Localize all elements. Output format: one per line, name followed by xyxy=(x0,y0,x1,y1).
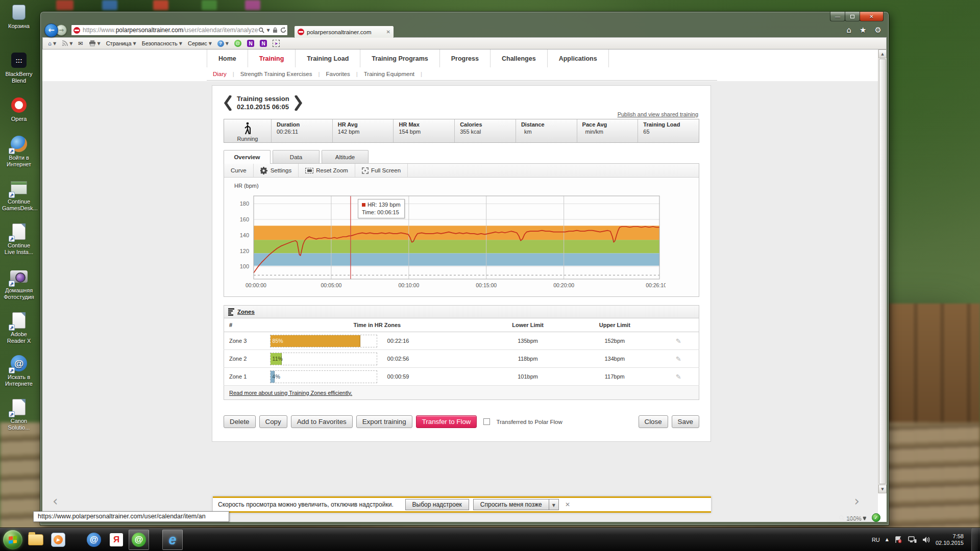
favorites-star-icon[interactable]: ★ xyxy=(860,26,866,35)
subnav-training-equipment[interactable]: Training Equipment xyxy=(358,71,421,77)
curve-button[interactable]: Curve xyxy=(224,164,254,177)
start-button[interactable] xyxy=(3,530,22,549)
taskbar-mail-ru[interactable]: @ xyxy=(84,530,104,550)
scroll-up-arrow[interactable]: ▲ xyxy=(878,49,887,58)
settings-button[interactable]: Settings xyxy=(254,164,299,177)
desktop-icon-canon[interactable]: ↗ Canon Solutio... xyxy=(2,398,36,431)
nav-challenges[interactable]: Challenges xyxy=(490,49,547,67)
desktop-icon-live-installer[interactable]: ↗ Continue Live Insta... xyxy=(2,222,36,256)
transfer-to-flow-button[interactable]: Transfer to Flow xyxy=(416,415,477,428)
subnav-favorites[interactable]: Favorites xyxy=(320,71,356,77)
zones-link[interactable]: Zones xyxy=(237,309,255,315)
ask-me-later-dropdown[interactable]: ▼ xyxy=(549,499,559,510)
edit-zone-icon[interactable]: ✎ xyxy=(676,337,681,345)
page-scroll-left-icon[interactable]: ‹ xyxy=(53,493,58,509)
nav-home[interactable]: Home xyxy=(207,49,248,67)
nav-applications[interactable]: Applications xyxy=(547,49,609,67)
desktop-icon-photo-studio[interactable]: ↗ Домашняя Фотостудия xyxy=(2,267,36,300)
taskbar-clock[interactable]: 7:58 02.10.2015 xyxy=(936,533,966,546)
page-menu[interactable]: Страница▼ xyxy=(106,40,136,46)
system-tray: RU ▲ 7:58 02.10.2015 xyxy=(872,528,980,551)
print-button[interactable]: ▼ xyxy=(89,40,101,46)
nav-training-load[interactable]: Training Load xyxy=(295,49,360,67)
minimize-button[interactable]: — xyxy=(830,12,845,21)
nav-training[interactable]: Training xyxy=(248,49,296,67)
delete-button[interactable]: Delete xyxy=(224,415,256,428)
add-to-favorites-button[interactable]: Add to Favorites xyxy=(291,415,353,428)
tab-altitude[interactable]: Altitude xyxy=(322,150,369,163)
tab-data[interactable]: Data xyxy=(273,150,320,163)
scroll-down-arrow[interactable]: ▼ xyxy=(878,485,887,493)
window-titlebar[interactable]: — ✕ xyxy=(42,12,887,23)
full-screen-button[interactable]: Full Screen xyxy=(355,164,408,177)
tools-gear-icon[interactable]: ⚙ xyxy=(875,26,881,35)
vertical-scrollbar[interactable]: ▲ ▼ xyxy=(878,49,887,493)
save-button[interactable]: Save xyxy=(672,415,699,428)
notification-close-icon[interactable]: ✕ xyxy=(565,501,570,508)
scrollbar-thumb[interactable] xyxy=(879,59,886,484)
previous-session-arrow[interactable] xyxy=(224,95,232,111)
address-bar[interactable]: https://www.polarpersonaltrainer.com/use… xyxy=(71,24,288,36)
action-center-flag-icon[interactable] xyxy=(894,536,902,543)
browser-tab[interactable]: polarpersonaltrainer.com ✕ xyxy=(294,26,394,38)
show-desktop-button[interactable] xyxy=(971,528,978,551)
help-menu[interactable]: ?▼ xyxy=(217,40,229,47)
taskbar-media-player[interactable]: ▶ xyxy=(48,530,68,550)
tools-menu[interactable]: Сервис▼ xyxy=(188,40,212,46)
search-icon[interactable] xyxy=(258,27,264,33)
subnav-strength-training[interactable]: Strength Training Exercises xyxy=(234,71,318,77)
ask-me-later-button[interactable]: Спросить меня позже xyxy=(473,499,549,510)
back-button[interactable]: ← xyxy=(44,23,58,37)
tab-close-icon[interactable]: ✕ xyxy=(386,29,390,35)
edit-zone-icon[interactable]: ✎ xyxy=(676,373,681,381)
taskbar-explorer[interactable] xyxy=(26,530,46,550)
close-button[interactable]: ✕ xyxy=(860,12,884,21)
home-icon[interactable]: ⌂ xyxy=(847,26,852,35)
choose-addons-button[interactable]: Выбор надстроек xyxy=(405,499,469,510)
send-to-onenote-icon[interactable]: ➤ xyxy=(273,40,280,47)
refresh-icon[interactable] xyxy=(280,27,286,33)
export-training-button[interactable]: Export training xyxy=(356,415,412,428)
reset-zoom-button[interactable]: Reset Zoom xyxy=(299,164,355,177)
publish-shared-training-link[interactable]: Publish and view shared training xyxy=(618,111,698,117)
nav-training-programs[interactable]: Training Programs xyxy=(360,49,439,67)
svg-text:00:00:00: 00:00:00 xyxy=(246,282,266,288)
onenote-addon-icon[interactable]: N xyxy=(247,40,254,47)
browser-zoom-control[interactable]: 100%▼ xyxy=(839,515,866,521)
agent-addon-icon[interactable]: @ xyxy=(234,40,241,47)
language-indicator[interactable]: RU xyxy=(872,537,880,543)
desktop-icon-gamesdesk[interactable]: ↗ Continue GamesDesk... xyxy=(2,179,36,212)
desktop-icon-adobe-reader[interactable]: ↗ Adobe Reader X xyxy=(2,311,36,344)
desktop-icon-opera[interactable]: Opera xyxy=(2,96,36,122)
close-session-button[interactable]: Close xyxy=(639,415,668,428)
mail-button[interactable]: ✉ xyxy=(78,40,83,47)
zone2-bar: 11% xyxy=(271,353,282,365)
page-scroll-right-icon[interactable]: › xyxy=(854,493,860,509)
tray-expand-icon[interactable]: ▲ xyxy=(886,537,889,542)
taskbar-mail-agent[interactable]: @ xyxy=(129,530,149,550)
nav-progress[interactable]: Progress xyxy=(439,49,490,67)
desktop-icon-search-internet[interactable]: @↗ Искать в Интернете xyxy=(2,354,36,387)
feeds-button[interactable]: ▼ xyxy=(62,40,72,46)
transferred-checkbox[interactable] xyxy=(483,418,490,425)
subnav-diary[interactable]: Diary xyxy=(207,71,233,77)
volume-icon[interactable] xyxy=(922,536,930,543)
next-session-arrow[interactable] xyxy=(295,95,303,111)
maximize-button[interactable] xyxy=(845,12,860,21)
training-zones-read-more-link[interactable]: Read more about using Training Zones eff… xyxy=(229,390,352,396)
onenote-linked-notes-icon[interactable]: N xyxy=(260,40,267,47)
search-dropdown-icon[interactable]: ▼ xyxy=(267,28,270,33)
desktop-icon-blackberry-blend[interactable]: ::: BlackBerry Blend xyxy=(2,51,36,84)
taskbar-yandex[interactable]: Я xyxy=(106,530,127,550)
edit-zone-icon[interactable]: ✎ xyxy=(676,355,681,363)
tab-overview[interactable]: Overview xyxy=(224,150,271,164)
copy-button[interactable]: Copy xyxy=(259,415,287,428)
hr-chart[interactable]: 10012014016018000:00:0000:05:0000:10:000… xyxy=(224,189,699,296)
safety-menu[interactable]: Безопасность▼ xyxy=(142,40,182,46)
network-icon[interactable] xyxy=(908,536,917,543)
taskbar-internet-explorer[interactable]: e xyxy=(162,530,183,550)
desktop-icon-internet[interactable]: ↗ Войти в Интернет xyxy=(2,135,36,168)
home-menu-button[interactable]: ⌂▼ xyxy=(48,40,56,47)
shortcut-arrow-icon: ↗ xyxy=(9,411,15,417)
desktop-icon-recycle-bin[interactable]: Корзина xyxy=(2,3,36,30)
